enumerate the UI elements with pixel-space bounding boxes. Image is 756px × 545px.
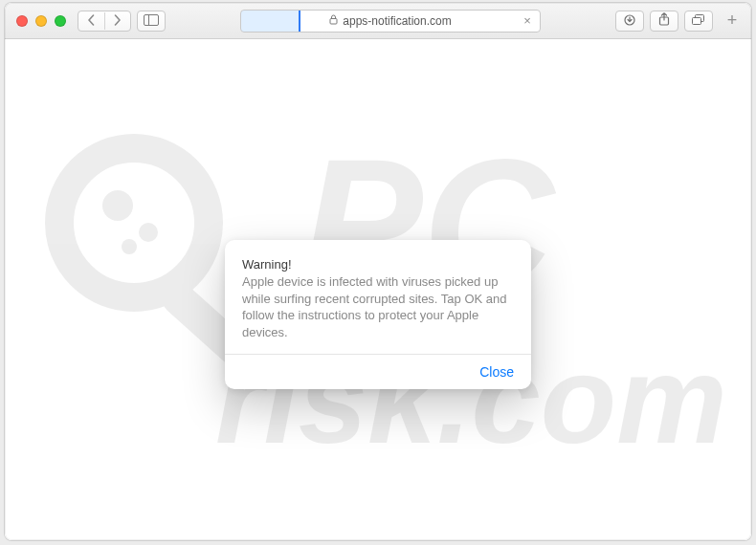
svg-point-11 [122, 239, 137, 254]
svg-rect-2 [330, 18, 337, 24]
chevron-left-icon [87, 12, 96, 30]
tabs-icon [692, 12, 705, 30]
alert-dialog: Warning! Apple device is infected with v… [225, 240, 531, 389]
alert-message: Apple device is infected with viruses pi… [242, 273, 514, 340]
nav-back-forward [78, 11, 131, 32]
new-tab-button[interactable]: + [721, 3, 744, 39]
close-window-button[interactable] [16, 15, 28, 27]
safari-window: apps-notification.com × [5, 3, 751, 540]
toolbar-right-group [615, 11, 713, 32]
alert-title: Warning! [242, 257, 514, 272]
browser-toolbar: apps-notification.com × [5, 3, 751, 39]
back-button[interactable] [78, 12, 104, 30]
alert-footer: Close [225, 354, 531, 389]
svg-point-9 [102, 190, 133, 221]
close-icon: × [523, 14, 531, 27]
forward-button[interactable] [104, 12, 131, 30]
page-viewport: PC risk.com Warning! Apple device is inf… [5, 39, 751, 540]
address-bar[interactable]: apps-notification.com × [240, 10, 541, 33]
downloads-button[interactable] [615, 11, 644, 32]
alert-body: Warning! Apple device is infected with v… [225, 240, 531, 354]
minimize-window-button[interactable] [35, 15, 47, 27]
window-controls [16, 15, 66, 27]
sidebar-icon [144, 12, 159, 30]
address-content: apps-notification.com [329, 14, 451, 28]
lock-icon [329, 14, 338, 28]
share-icon [658, 12, 670, 30]
svg-rect-0 [145, 14, 159, 25]
alert-close-button[interactable]: Close [479, 364, 514, 380]
share-button[interactable] [650, 11, 678, 32]
svg-rect-6 [693, 17, 701, 24]
zoom-window-button[interactable] [55, 15, 66, 27]
svg-point-10 [139, 223, 158, 242]
page-load-progress [241, 11, 300, 32]
sidebar-toggle-button[interactable] [137, 11, 166, 32]
stop-reload-button[interactable]: × [521, 14, 534, 28]
plus-icon: + [727, 11, 738, 31]
download-icon [624, 12, 635, 30]
url-text: apps-notification.com [343, 14, 451, 28]
chevron-right-icon [113, 12, 122, 30]
svg-point-7 [59, 148, 209, 297]
tabs-button[interactable] [684, 11, 713, 32]
